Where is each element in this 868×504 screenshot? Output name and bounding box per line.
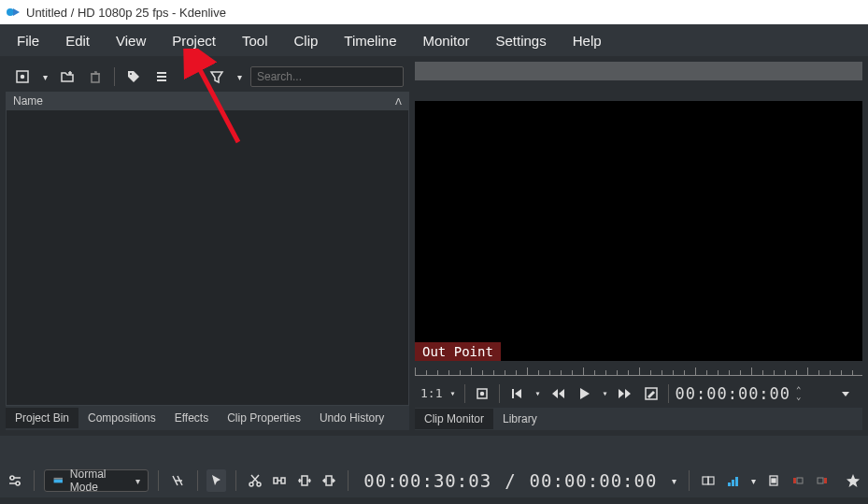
- svg-rect-18: [326, 476, 332, 485]
- forward-button[interactable]: [614, 382, 636, 405]
- zoom-dropdown[interactable]: ▾: [446, 382, 459, 405]
- overwrite-zone-button[interactable]: [320, 469, 338, 492]
- add-clip-dropdown[interactable]: ▾: [39, 65, 50, 88]
- tags-button[interactable]: [122, 65, 145, 88]
- monitor-video-area[interactable]: Out Point: [415, 101, 862, 360]
- spacer-tool-button[interactable]: [270, 469, 289, 492]
- insert-zone-button[interactable]: [295, 469, 314, 492]
- favorite-effects-button[interactable]: [844, 469, 862, 492]
- svg-point-10: [16, 482, 20, 485]
- sort-chevron-icon: ᐱ: [395, 96, 402, 107]
- options-menu-button[interactable]: [150, 65, 173, 88]
- delete-clip-button[interactable]: [84, 65, 107, 88]
- compositing-button[interactable]: [168, 469, 187, 492]
- monitor-tabs: Clip Monitor Library: [415, 408, 862, 430]
- menu-edit[interactable]: Edit: [52, 27, 103, 54]
- clip-monitor-panel: Out Point 1:1 ▾ ▾ ▾ 00:00:00:00 ⌃ ⌄: [415, 62, 862, 430]
- monitor-more-button[interactable]: [834, 382, 857, 405]
- menu-timeline[interactable]: Timeline: [331, 27, 409, 54]
- bin-content-area[interactable]: [6, 110, 409, 406]
- svg-rect-21: [728, 482, 731, 486]
- svg-point-9: [10, 476, 14, 480]
- timecode-dropdown[interactable]: ▾: [668, 469, 679, 492]
- audio-mixer-button[interactable]: [763, 469, 782, 492]
- add-clip-button[interactable]: [11, 65, 34, 88]
- monitor-timecode[interactable]: 00:00:00:00: [675, 384, 790, 403]
- create-folder-button[interactable]: [56, 65, 78, 88]
- monitor-top-strip: [415, 62, 862, 80]
- razor-tool-button[interactable]: [246, 469, 264, 492]
- svg-rect-16: [281, 478, 285, 483]
- tab-clip-properties[interactable]: Clip Properties: [218, 408, 310, 428]
- svg-rect-12: [54, 478, 63, 480]
- track-settings-button[interactable]: [6, 469, 24, 492]
- column-name: Name: [13, 94, 43, 108]
- svg-point-0: [7, 8, 14, 16]
- svg-point-6: [481, 392, 484, 395]
- bin-tabs: Project Bin Compositions Effects Clip Pr…: [6, 406, 409, 430]
- svg-rect-22: [732, 480, 734, 486]
- search-input[interactable]: [250, 66, 404, 87]
- go-start-dropdown[interactable]: ▾: [532, 382, 543, 405]
- play-button[interactable]: [573, 382, 595, 405]
- zone-out-button[interactable]: [813, 469, 832, 492]
- timeline-duration-timecode[interactable]: 00:00:00:00: [530, 470, 658, 491]
- set-in-button[interactable]: [471, 382, 493, 405]
- menu-settings[interactable]: Settings: [483, 27, 560, 54]
- preview-render-button[interactable]: [724, 469, 743, 492]
- menu-help[interactable]: Help: [560, 27, 615, 54]
- svg-rect-29: [824, 478, 827, 483]
- menu-project[interactable]: Project: [159, 27, 229, 54]
- menu-clip[interactable]: Clip: [281, 27, 332, 54]
- svg-point-2: [21, 76, 24, 79]
- tab-effects[interactable]: Effects: [165, 408, 218, 428]
- app-logo: [6, 5, 21, 20]
- timeline-position-timecode[interactable]: 00:00:30:03: [363, 470, 491, 491]
- out-point-label: Out Point: [415, 342, 501, 361]
- menu-view[interactable]: View: [103, 27, 159, 54]
- menu-monitor[interactable]: Monitor: [409, 27, 482, 54]
- svg-rect-23: [735, 477, 738, 486]
- rewind-button[interactable]: [547, 382, 569, 405]
- svg-point-13: [249, 482, 253, 486]
- svg-rect-7: [512, 389, 514, 398]
- menu-tool[interactable]: Tool: [229, 27, 281, 54]
- tab-library[interactable]: Library: [493, 409, 547, 429]
- monitor-controls: 1:1 ▾ ▾ ▾ 00:00:00:00 ⌃ ⌄: [415, 380, 862, 408]
- timeline-toolbar: Normal Mode ▾ 00:00:30:03 / 00:00:00:00 …: [0, 464, 868, 497]
- svg-rect-15: [274, 478, 277, 483]
- window-titlebar: Untitled / HD 1080p 25 fps - Kdenlive: [0, 0, 868, 24]
- filter-dropdown[interactable]: ▾: [234, 65, 245, 88]
- svg-point-4: [130, 73, 132, 75]
- svg-rect-25: [772, 479, 776, 482]
- svg-rect-11: [54, 479, 63, 482]
- selection-tool-button[interactable]: [206, 469, 225, 492]
- filter-button[interactable]: [206, 65, 228, 88]
- preview-render-dropdown[interactable]: ▾: [748, 469, 758, 492]
- zoom-ratio-label[interactable]: 1:1: [420, 386, 442, 400]
- edit-mode-label: Normal Mode: [70, 468, 130, 494]
- edit-mode-combo[interactable]: Normal Mode ▾: [44, 469, 149, 492]
- tab-compositions[interactable]: Compositions: [78, 408, 165, 428]
- svg-rect-17: [302, 476, 307, 485]
- normal-mode-icon: [52, 474, 64, 487]
- bin-column-header[interactable]: Name ᐱ: [6, 92, 409, 110]
- svg-rect-3: [92, 74, 99, 82]
- svg-rect-19: [703, 477, 708, 484]
- svg-rect-26: [793, 478, 796, 483]
- menu-file[interactable]: File: [4, 27, 52, 54]
- go-start-button[interactable]: [505, 382, 528, 405]
- project-bin-panel: ▾ ▾ Name ᐱ Project Bin Compositions Effe…: [6, 62, 409, 430]
- edit-mode-button[interactable]: [640, 382, 662, 405]
- zone-in-button[interactable]: [789, 469, 807, 492]
- timecode-separator: /: [505, 470, 516, 491]
- play-dropdown[interactable]: ▾: [599, 382, 610, 405]
- tab-project-bin[interactable]: Project Bin: [6, 408, 78, 428]
- timecode-down[interactable]: ⌄: [796, 394, 801, 400]
- tab-clip-monitor[interactable]: Clip Monitor: [415, 409, 493, 429]
- svg-rect-20: [708, 477, 714, 484]
- monitor-ruler[interactable]: [415, 361, 862, 380]
- svg-rect-27: [797, 478, 803, 483]
- mix-clips-button[interactable]: [699, 469, 718, 492]
- tab-undo-history[interactable]: Undo History: [310, 408, 393, 428]
